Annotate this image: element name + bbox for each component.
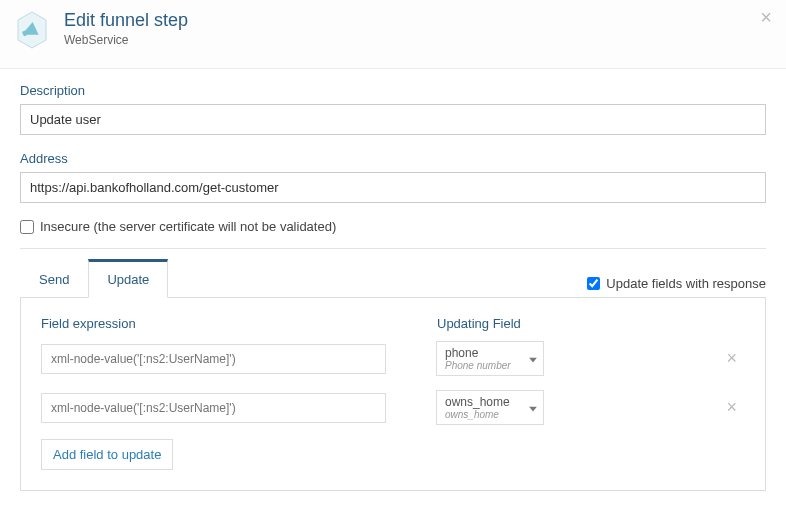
separator (20, 248, 766, 249)
field-expression-header: Field expression (41, 316, 401, 331)
insecure-label: Insecure (the server certificate will no… (40, 219, 336, 234)
address-input[interactable] (20, 172, 766, 203)
field-row: owns_home owns_home × (41, 390, 745, 425)
remove-row-icon[interactable]: × (718, 397, 745, 418)
select-value: owns_home (445, 395, 537, 409)
updating-field-select[interactable]: phone Phone number (436, 341, 544, 376)
dialog-subtitle: WebService (64, 33, 188, 47)
insecure-checkbox[interactable] (20, 220, 34, 234)
dialog-body: Description Address Insecure (the server… (0, 69, 786, 511)
chevron-down-icon (529, 400, 537, 415)
update-response-checkbox[interactable] (587, 277, 600, 290)
chevron-down-icon (529, 351, 537, 366)
field-row: phone Phone number × (41, 341, 745, 376)
description-input[interactable] (20, 104, 766, 135)
tab-update[interactable]: Update (88, 259, 168, 298)
tab-send[interactable]: Send (20, 261, 88, 297)
updating-field-header: Updating Field (437, 316, 557, 331)
description-label: Description (20, 83, 766, 98)
close-icon[interactable]: × (760, 6, 772, 29)
tabs: Send Update Update fields with response (20, 259, 766, 298)
dialog-title: Edit funnel step (64, 10, 188, 31)
field-expression-input[interactable] (41, 393, 386, 423)
megaphone-icon (12, 10, 52, 50)
dialog-header: Edit funnel step WebService × (0, 0, 786, 69)
add-field-button[interactable]: Add field to update (41, 439, 173, 470)
select-value: phone (445, 346, 537, 360)
field-expression-input[interactable] (41, 344, 386, 374)
update-response-label: Update fields with response (606, 276, 766, 291)
address-label: Address (20, 151, 766, 166)
updating-field-select[interactable]: owns_home owns_home (436, 390, 544, 425)
tab-panel-update: Field expression Updating Field phone Ph… (20, 298, 766, 491)
remove-row-icon[interactable]: × (718, 348, 745, 369)
select-subvalue: Phone number (445, 360, 537, 371)
select-subvalue: owns_home (445, 409, 537, 420)
